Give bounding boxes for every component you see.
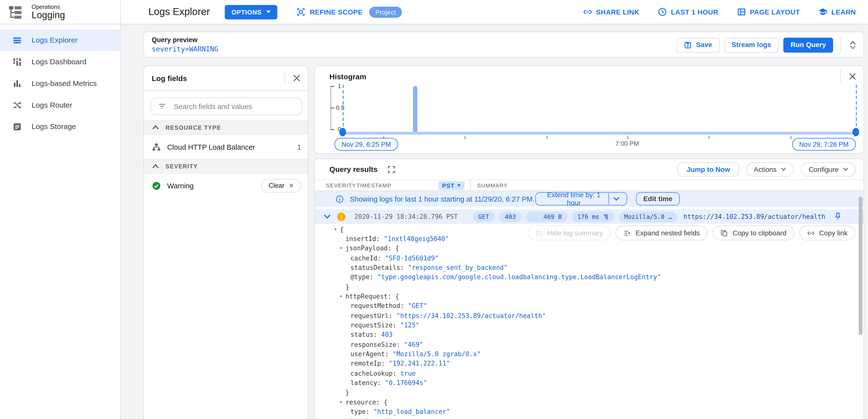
copy-link-button[interactable]: Copy link: [799, 226, 855, 241]
json-line[interactable]: ▸labels: {6}: [315, 417, 864, 419]
range-end-line: [856, 85, 857, 132]
json-line[interactable]: ▾jsonPayload: {: [315, 243, 864, 253]
json-value: "type.googleapis.com/google.cloud.loadba…: [377, 273, 661, 281]
json-key: userAgent:: [350, 350, 393, 358]
search-input[interactable]: [173, 102, 295, 111]
json-line: }: [315, 282, 864, 292]
y-tick-label: 1: [338, 83, 341, 89]
sidebar-item-logs-based-metrics[interactable]: Logs-based Metrics: [0, 72, 120, 94]
top-header: Logs Explorer OPTIONS REFINE SCOPE Proje…: [121, 0, 868, 24]
collapse-node-icon[interactable]: ▾: [338, 399, 344, 405]
json-line: }: [315, 388, 864, 397]
json-line[interactable]: ▾httpRequest: {: [315, 292, 864, 301]
summary-chip[interactable]: 469 B: [526, 211, 567, 222]
json-value: "125": [400, 321, 420, 329]
run-query-button[interactable]: Run Query: [783, 37, 833, 53]
json-line: cacheLookup: true: [315, 368, 864, 378]
collapse-node-icon[interactable]: ▾: [332, 226, 339, 232]
summary-chip[interactable]: Mozilla/5.0 …: [619, 211, 678, 222]
json-line: requestUrl: "https://34.102.253.89/actua…: [315, 311, 864, 320]
close-histogram-button[interactable]: [846, 70, 859, 83]
json-line[interactable]: ▾resource: {: [315, 397, 864, 407]
stream-logs-button[interactable]: Stream logs: [724, 37, 778, 53]
collapse-node-icon[interactable]: ▾: [338, 245, 344, 251]
share-link-button[interactable]: SHARE LINK: [583, 7, 639, 17]
extend-time-button[interactable]: Extend time by: 1 hour: [535, 192, 627, 206]
refine-scope-button[interactable]: REFINE SCOPE Project: [296, 6, 402, 18]
range-start-handle[interactable]: [339, 128, 346, 137]
json-line: cacheId: "SFO-1d5601d9": [315, 253, 864, 263]
hide-log-summary-button[interactable]: Hide log summary: [527, 226, 611, 241]
log-summary-icon: [535, 229, 543, 237]
range-end-handle[interactable]: [852, 128, 859, 137]
sidebar-item-logs-dashboard[interactable]: Logs Dashboard: [0, 51, 120, 72]
timezone-dropdown[interactable]: PST: [438, 181, 464, 190]
json-key: labels:: [350, 417, 381, 419]
info-icon: [336, 195, 344, 203]
results-column-headers: SEVERITY TIMESTAMP PST SUMMARY: [315, 179, 864, 191]
save-button[interactable]: Save: [677, 37, 719, 53]
range-end-pill[interactable]: Nov 29, 7:26 PM: [792, 138, 856, 151]
json-key: cacheLookup:: [350, 369, 400, 377]
json-key: requestSize:: [350, 321, 400, 329]
chevron-down-icon: [843, 167, 848, 172]
json-line: responseSize: "469": [315, 340, 864, 349]
page-layout-icon: [737, 7, 746, 17]
json-line: @type: "type.googleapis.com/google.cloud…: [315, 272, 864, 282]
log-fields-title: Log fields: [152, 74, 187, 82]
pin-entry-button[interactable]: [833, 212, 842, 221]
close-log-fields-button[interactable]: [290, 71, 303, 85]
log-entry-row[interactable]: ! 2020-11-29 18:34:28.796 PST GET403469 …: [315, 210, 864, 224]
json-key: status:: [350, 331, 381, 339]
page-title: Logs Explorer: [148, 6, 210, 18]
copy-to-clipboard-button[interactable]: Copy to clipboard: [713, 226, 794, 241]
collapse-node-icon[interactable]: ▾: [338, 294, 344, 299]
page-layout-button[interactable]: PAGE LAYOUT: [737, 7, 800, 17]
severity-section[interactable]: SEVERITY: [144, 159, 308, 174]
learn-button[interactable]: LEARN: [818, 7, 856, 17]
jump-to-now-button[interactable]: Jump to Now: [678, 162, 739, 177]
sidebar-item-logs-storage[interactable]: Logs Storage: [0, 116, 120, 138]
section-name: Logging: [31, 10, 65, 21]
resource-type-section[interactable]: RESOURCE TYPE: [144, 120, 308, 134]
sidebar-nav: Logs Explorer Logs Dashboard Logs-based …: [0, 24, 120, 138]
results-scrollbar[interactable]: [859, 197, 863, 335]
chevron-up-icon: [152, 164, 159, 169]
summary-chip[interactable]: 176 ms: [572, 211, 614, 222]
json-line: statusDetails: "response_sent_by_backend…: [315, 263, 864, 272]
sidebar-item-logs-explorer[interactable]: Logs Explorer: [0, 29, 120, 51]
refine-scope-icon: [296, 7, 305, 17]
collapse-query-panel-button[interactable]: [847, 41, 858, 49]
expand-nested-fields-button[interactable]: Expand nested fields: [616, 226, 708, 241]
query-preview-title: Query preview: [152, 36, 197, 44]
timeline-track[interactable]: [343, 132, 857, 134]
time-range-button[interactable]: LAST 1 HOUR: [658, 7, 718, 17]
chevron-down-icon[interactable]: [609, 197, 623, 201]
column-timestamp: TIMESTAMP PST: [352, 181, 470, 190]
summary-chip[interactable]: 403: [499, 211, 521, 222]
edit-time-button[interactable]: Edit time: [636, 192, 680, 206]
histogram-bar[interactable]: [413, 86, 417, 132]
json-line: requestSize: "125": [315, 320, 864, 330]
configure-dropdown[interactable]: Configure: [801, 162, 856, 177]
log-fields-search[interactable]: [151, 97, 302, 115]
json-line: status: 403: [315, 330, 864, 340]
range-start-pill[interactable]: Nov 29, 6:25 PM: [334, 138, 398, 151]
sidebar-item-logs-router[interactable]: Logs Router: [0, 94, 120, 116]
sidebar-item-label: Logs-based Metrics: [31, 79, 97, 88]
query-text[interactable]: severity=WARNING: [152, 45, 218, 53]
entry-action-buttons: Hide log summary Expand nested fields Co…: [527, 226, 855, 241]
divider: [840, 70, 841, 83]
summary-chip[interactable]: GET: [473, 211, 495, 222]
actions-dropdown[interactable]: Actions: [746, 162, 794, 177]
options-button[interactable]: OPTIONS: [225, 5, 277, 19]
clear-severity-filter-button[interactable]: Clear ✕: [261, 179, 301, 192]
collapse-entry-icon[interactable]: [324, 213, 331, 220]
scope-project-badge[interactable]: Project: [369, 6, 402, 18]
json-key: remoteIp:: [350, 360, 389, 367]
severity-row-warning[interactable]: Warning Clear ✕: [144, 173, 308, 198]
resource-row-cloud-http-load-balancer[interactable]: Cloud HTTP Load Balancer 1: [144, 134, 308, 159]
fullscreen-button[interactable]: [386, 164, 397, 175]
product-name: Operations: [31, 3, 65, 10]
entry-timestamp: 2020-11-29 18:34:28.796 PST: [354, 213, 458, 220]
